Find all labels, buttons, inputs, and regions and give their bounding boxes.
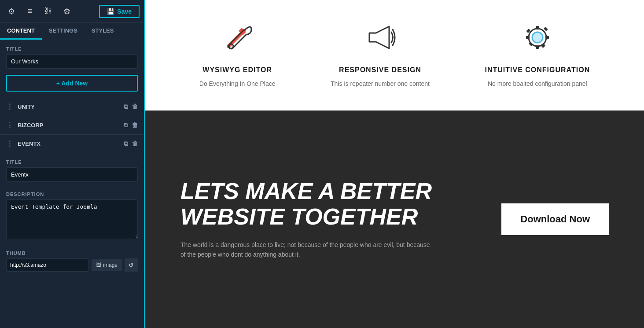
title-section: TITLE [0, 40, 144, 72]
svg-point-5 [532, 32, 543, 43]
feature-intuitive-desc: No more boalted configuration panel [488, 79, 587, 88]
cta-section: LETS MAKE A BETTER WEBSITE TOGETHER The … [145, 111, 644, 328]
list-item-bizcorp[interactable]: ⋮ BIZCORP ⧉ 🗑 [0, 116, 144, 135]
drag-handle-eventx: ⋮ [6, 140, 13, 148]
drag-handle-bizcorp: ⋮ [6, 121, 13, 129]
main-area: WYSIWYG EDITOR Do Everything In One Plac… [145, 0, 644, 328]
eventx-title-section: TITLE [0, 153, 144, 185]
svg-rect-8 [526, 36, 530, 39]
cta-heading: LETS MAKE A BETTER WEBSITE TOGETHER [180, 179, 475, 229]
list-item-eventx-label: EVENTX [18, 140, 40, 147]
copy-icon-bizcorp[interactable]: ⧉ [124, 122, 128, 129]
feature-wysiwyg-desc: Do Everything In One Place [199, 79, 276, 88]
svg-rect-9 [545, 36, 549, 39]
title-label: TITLE [6, 46, 138, 52]
tab-content[interactable]: CONTENT [0, 23, 42, 40]
tabs-bar: CONTENT SETTINGS STYLES [0, 23, 144, 40]
settings-gear-icon [518, 18, 557, 57]
image-icon: 🖼 [96, 262, 101, 268]
eventx-thumb-image-button[interactable]: 🖼 image [92, 259, 122, 271]
megaphone-icon [361, 18, 400, 57]
eventx-title-input[interactable] [6, 167, 138, 182]
svg-marker-3 [369, 26, 389, 48]
feature-intuitive-title: INTUITIVE CONFIGURATION [485, 66, 590, 74]
sliders-icon[interactable]: ≡ [23, 4, 37, 18]
gear-icon[interactable]: ⚙ [60, 4, 74, 18]
delete-icon-bizcorp[interactable]: 🗑 [132, 122, 138, 129]
list-item-unity-label: UNITY [18, 103, 35, 110]
link-icon[interactable]: ⛓ [41, 4, 55, 18]
eventx-title-label: TITLE [6, 159, 138, 165]
list-item-eventx[interactable]: ⋮ EVENTX ⧉ 🗑 [0, 135, 144, 153]
eventx-desc-section: DESCRIPTION Event Template for Joomla [0, 185, 144, 244]
toolbar: ⚙ ≡ ⛓ ⚙ 💾 Save [0, 0, 144, 23]
svg-rect-12 [529, 42, 533, 46]
eventx-desc-input[interactable]: Event Template for Joomla [6, 199, 138, 239]
tab-settings[interactable]: SETTINGS [42, 23, 85, 40]
svg-rect-13 [541, 44, 545, 48]
eventx-thumb-section: THUMB 🖼 image ↺ [0, 244, 144, 275]
eventx-desc-label: DESCRIPTION [6, 192, 138, 197]
cta-text-block: LETS MAKE A BETTER WEBSITE TOGETHER The … [180, 179, 475, 259]
feature-wysiwyg-title: WYSIWYG EDITOR [202, 66, 272, 74]
features-section: WYSIWYG EDITOR Do Everything In One Plac… [145, 0, 644, 111]
left-panel: ⚙ ≡ ⛓ ⚙ 💾 Save CONTENT SETTINGS STYLES T… [0, 0, 145, 328]
save-button[interactable]: 💾 Save [99, 5, 140, 18]
drag-handle-unity: ⋮ [6, 103, 13, 111]
title-input[interactable] [6, 54, 138, 69]
cta-subtext: The world is a dangerous place to live; … [180, 240, 436, 260]
list-item-bizcorp-label: BIZCORP [18, 122, 44, 129]
feature-responsive: RESPONSIVE DESIGN This is repeater numbe… [331, 18, 430, 88]
tab-styles[interactable]: STYLES [85, 23, 121, 40]
copy-icon-unity[interactable]: ⧉ [124, 103, 128, 111]
feature-wysiwyg: WYSIWYG EDITOR Do Everything In One Plac… [199, 18, 276, 88]
delete-icon-eventx[interactable]: 🗑 [132, 140, 138, 147]
add-new-button[interactable]: + Add New [6, 75, 138, 92]
download-now-button[interactable]: Download Now [501, 203, 609, 235]
wrench-screwdriver-icon [217, 18, 257, 57]
eventx-thumb-label: THUMB [6, 251, 138, 256]
eventx-thumb-input[interactable] [6, 258, 89, 272]
svg-rect-11 [544, 27, 548, 31]
feature-intuitive: INTUITIVE CONFIGURATION No more boalted … [485, 18, 590, 88]
copy-icon-eventx[interactable]: ⧉ [124, 140, 128, 147]
svg-rect-7 [536, 45, 539, 49]
puzzle-icon[interactable]: ⚙ [4, 4, 18, 18]
svg-rect-6 [536, 26, 539, 29]
feature-responsive-title: RESPONSIVE DESIGN [339, 66, 421, 74]
feature-responsive-desc: This is repeater number one content [331, 79, 430, 88]
save-icon: 💾 [107, 8, 114, 15]
delete-icon-unity[interactable]: 🗑 [132, 103, 138, 111]
list-item-unity[interactable]: ⋮ UNITY ⧉ 🗑 [0, 98, 144, 116]
eventx-thumb-reset-button[interactable]: ↺ [125, 258, 138, 272]
svg-point-2 [229, 44, 233, 48]
